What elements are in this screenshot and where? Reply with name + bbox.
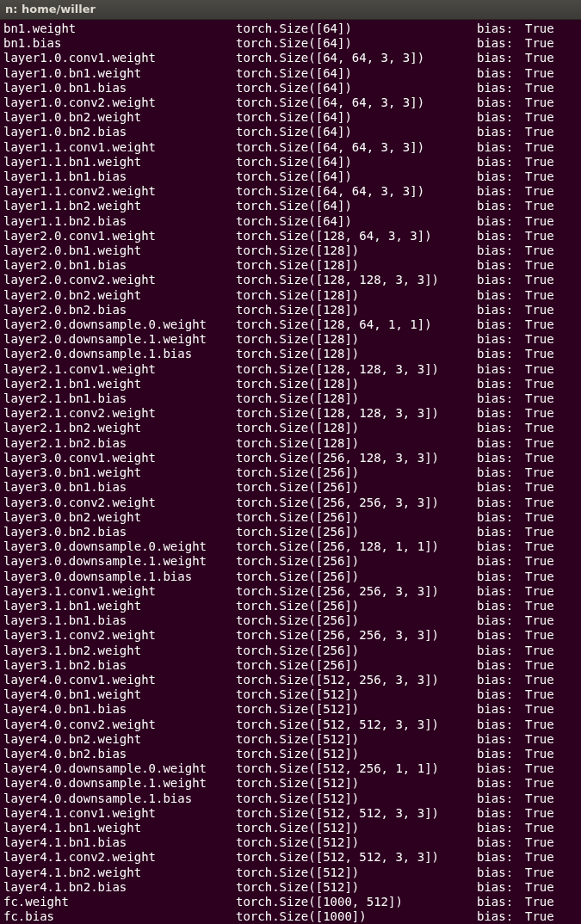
bias-value: True	[525, 258, 554, 273]
bias-value: True	[525, 835, 554, 850]
param-name: layer1.0.bn2.weight	[3, 110, 236, 125]
param-name: layer4.0.downsample.0.weight	[3, 761, 236, 776]
output-row: layer2.0.conv2.weighttorch.Size([128, 12…	[3, 273, 578, 287]
window-titlebar[interactable]: n: home/willer	[0, 0, 581, 20]
param-name: layer4.1.bn2.bias	[3, 880, 236, 895]
param-size: torch.Size([256])	[236, 613, 477, 628]
param-name: layer4.0.conv2.weight	[3, 718, 236, 732]
param-size: torch.Size([512])	[236, 835, 477, 850]
bias-label: bias:	[477, 51, 525, 65]
output-row: layer2.1.conv2.weighttorch.Size([128, 12…	[3, 406, 578, 421]
bias-value: True	[525, 184, 554, 199]
bias-label: bias:	[477, 36, 525, 51]
param-size: torch.Size([64, 64, 3, 3])	[236, 140, 477, 155]
bias-label: bias:	[477, 732, 525, 747]
bias-value: True	[525, 865, 554, 880]
param-size: torch.Size([64])	[236, 66, 477, 81]
bias-value: True	[525, 510, 554, 525]
param-name: layer2.1.conv2.weight	[3, 406, 236, 421]
param-size: torch.Size([128])	[236, 243, 477, 258]
param-name: layer2.0.bn1.bias	[3, 258, 236, 273]
param-name: layer4.0.conv1.weight	[3, 673, 236, 687]
param-name: bn1.weight	[3, 22, 236, 36]
output-row: layer2.1.conv1.weighttorch.Size([128, 12…	[3, 362, 578, 377]
bias-value: True	[525, 391, 554, 406]
output-row: layer1.0.bn1.weighttorch.Size([64])bias:…	[3, 66, 578, 81]
param-size: torch.Size([256])	[236, 658, 477, 673]
bias-value: True	[525, 22, 554, 36]
param-size: torch.Size([64])	[236, 125, 477, 139]
output-row: layer4.1.conv1.weighttorch.Size([512, 51…	[3, 806, 578, 821]
bias-value: True	[525, 539, 554, 554]
param-size: torch.Size([512])	[236, 821, 477, 835]
param-name: layer1.0.bn1.weight	[3, 66, 236, 81]
param-name: layer4.1.bn2.weight	[3, 865, 236, 880]
output-row: layer3.0.bn2.weighttorch.Size([256])bias…	[3, 510, 578, 525]
param-name: layer1.1.bn1.weight	[3, 155, 236, 169]
bias-value: True	[525, 317, 554, 332]
param-name: layer1.1.conv1.weight	[3, 140, 236, 155]
param-size: torch.Size([256, 256, 3, 3])	[236, 628, 477, 643]
bias-label: bias:	[477, 658, 525, 673]
param-name: layer2.0.downsample.1.weight	[3, 332, 236, 347]
output-row: layer3.1.bn1.weighttorch.Size([256])bias…	[3, 599, 578, 613]
output-row: layer4.0.bn1.biastorch.Size([512])bias:T…	[3, 702, 578, 717]
param-size: torch.Size([128, 64, 3, 3])	[236, 229, 477, 243]
output-row: bn1.biastorch.Size([64])bias:True	[3, 36, 578, 51]
output-row: layer2.1.bn1.biastorch.Size([128])bias:T…	[3, 391, 578, 406]
output-row: layer4.0.bn2.biastorch.Size([512])bias:T…	[3, 747, 578, 761]
output-row: layer4.1.bn1.weighttorch.Size([512])bias…	[3, 821, 578, 835]
param-name: layer2.0.downsample.0.weight	[3, 317, 236, 332]
param-size: torch.Size([64])	[236, 22, 477, 36]
bias-label: bias:	[477, 628, 525, 643]
bias-label: bias:	[477, 436, 525, 451]
output-row: layer2.0.downsample.0.weighttorch.Size([…	[3, 317, 578, 332]
param-name: layer2.0.conv2.weight	[3, 273, 236, 287]
bias-value: True	[525, 362, 554, 377]
param-size: torch.Size([128])	[236, 303, 477, 317]
param-name: layer2.1.bn2.bias	[3, 436, 236, 451]
bias-label: bias:	[477, 880, 525, 895]
param-size: torch.Size([1000])	[236, 909, 477, 924]
output-row: layer1.1.bn2.weighttorch.Size([64])bias:…	[3, 199, 578, 213]
param-size: torch.Size([256])	[236, 480, 477, 495]
param-name: layer1.0.conv1.weight	[3, 51, 236, 65]
bias-label: bias:	[477, 110, 525, 125]
output-row: layer1.0.bn2.biastorch.Size([64])bias:Tr…	[3, 125, 578, 139]
bias-label: bias:	[477, 169, 525, 184]
output-row: layer1.0.conv2.weighttorch.Size([64, 64,…	[3, 95, 578, 110]
terminal-output[interactable]: bn1.weighttorch.Size([64])bias:Truebn1.b…	[0, 20, 581, 924]
bias-value: True	[525, 821, 554, 835]
param-size: torch.Size([64])	[236, 36, 477, 51]
bias-value: True	[525, 81, 554, 95]
output-row: layer3.1.bn1.biastorch.Size([256])bias:T…	[3, 613, 578, 628]
bias-label: bias:	[477, 480, 525, 495]
bias-label: bias:	[477, 406, 525, 421]
bias-label: bias:	[477, 362, 525, 377]
param-name: layer2.0.conv1.weight	[3, 229, 236, 243]
bias-label: bias:	[477, 66, 525, 81]
param-name: layer2.1.bn1.bias	[3, 391, 236, 406]
output-row: layer4.0.conv1.weighttorch.Size([512, 25…	[3, 673, 578, 687]
param-name: layer1.1.conv2.weight	[3, 184, 236, 199]
param-name: layer3.0.conv2.weight	[3, 496, 236, 510]
output-row: layer3.0.downsample.1.weighttorch.Size([…	[3, 554, 578, 569]
output-row: layer4.0.bn2.weighttorch.Size([512])bias…	[3, 732, 578, 747]
bias-value: True	[525, 584, 554, 599]
output-row: layer3.0.conv2.weighttorch.Size([256, 25…	[3, 496, 578, 510]
param-size: torch.Size([128, 128, 3, 3])	[236, 273, 477, 287]
bias-value: True	[525, 66, 554, 81]
output-row: fc.weighttorch.Size([1000, 512])bias:Tru…	[3, 895, 578, 909]
param-size: torch.Size([256, 128, 3, 3])	[236, 451, 477, 465]
bias-label: bias:	[477, 895, 525, 909]
bias-value: True	[525, 377, 554, 391]
bias-label: bias:	[477, 22, 525, 36]
bias-value: True	[525, 673, 554, 687]
param-size: torch.Size([64])	[236, 169, 477, 184]
bias-value: True	[525, 747, 554, 761]
output-row: fc.biastorch.Size([1000])bias:True	[3, 909, 578, 924]
bias-value: True	[525, 36, 554, 51]
bias-label: bias:	[477, 865, 525, 880]
bias-label: bias:	[477, 510, 525, 525]
bias-label: bias:	[477, 554, 525, 569]
